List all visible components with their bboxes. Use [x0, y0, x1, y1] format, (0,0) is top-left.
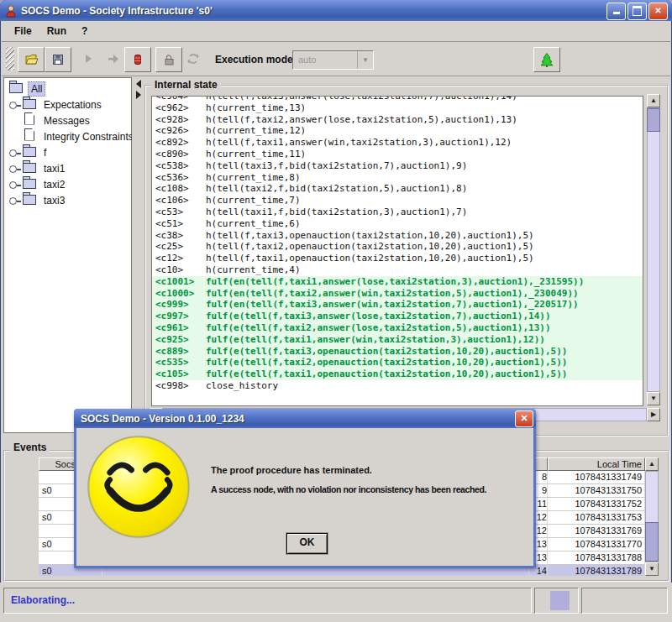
dialog-message-line2: A success node, with no violation nor in… — [211, 484, 486, 494]
menu-item[interactable]: ? — [74, 24, 95, 39]
scroll-right-button[interactable]: ▶ — [647, 408, 660, 421]
lock-button[interactable] — [155, 47, 182, 72]
tree-item-label: Messages — [41, 114, 92, 128]
status-progress-panel — [534, 588, 579, 614]
collapse-left-icon[interactable] — [136, 80, 141, 88]
events-scroll-up-button[interactable]: ▲ — [645, 457, 659, 471]
tree-item[interactable]: f — [4, 144, 131, 160]
menu-item[interactable]: File — [7, 24, 39, 39]
constraint-text: close_history — [206, 380, 278, 392]
tree-expand-handle-icon[interactable] — [8, 115, 23, 127]
tree-view-button[interactable] — [533, 47, 560, 72]
tree-item[interactable]: taxi1 — [4, 160, 131, 176]
tree-item-label: All — [28, 81, 45, 97]
constraint-text: fulf(e(tell(f,taxi3,openauction(taxi2sta… — [206, 346, 567, 358]
tree-expand-handle-icon[interactable] — [8, 99, 23, 111]
constraint-text: h(tell(f,taxi1,openauction(taxi2station,… — [206, 253, 534, 264]
menu-item[interactable]: Run — [39, 24, 74, 39]
tree-item[interactable]: Expectations — [4, 97, 131, 112]
tree-item[interactable]: Integrity Constraints — [4, 128, 131, 144]
open-button[interactable] — [18, 47, 45, 72]
constraint-text: h(tell(f,taxi3,answer(lose,taxi2station,… — [206, 96, 517, 102]
tree-item[interactable]: taxi2 — [4, 176, 131, 192]
constraint-text: fulf(e(tell(f,taxi2,answer(lose,taxi2sta… — [206, 322, 551, 334]
constraint-text: h(current_time,13) — [206, 102, 306, 114]
tree-node-icon — [23, 115, 37, 127]
constraint-id: <c890> — [152, 149, 206, 160]
constraint-text: h(tell(f,taxi3,openauction(taxi2station,… — [206, 230, 534, 242]
save-icon — [51, 53, 65, 66]
events-scroll-thumb[interactable] — [645, 522, 659, 562]
tree-item-label: Expectations — [41, 98, 104, 112]
internal-state-line: <c535> fulf(e(tell(f,taxi2,openauction(t… — [152, 357, 643, 368]
constraint-text: fulf(e(tell(f,taxi1,answer(win,taxi2stat… — [206, 334, 545, 346]
internal-state-line: <c892> h(tell(f,taxi1,answer(win,taxi2st… — [152, 137, 643, 149]
scroll-down-button[interactable]: ▼ — [647, 392, 660, 405]
scroll-up-button[interactable]: ▲ — [647, 94, 660, 107]
dialog-title-bar[interactable]: SOCS Demo - Version 0.1.00_1234 ✕ — [74, 409, 536, 428]
tree-item[interactable]: All — [4, 81, 131, 97]
constraint-id: <c538> — [152, 160, 206, 172]
constraint-text: fulf(e(tell(f,taxi3,answer(lose,taxi2sta… — [206, 311, 551, 322]
play-button[interactable] — [76, 47, 101, 71]
execution-mode-select[interactable]: auto ▼ — [292, 50, 374, 70]
constraint-id: <c536> — [152, 172, 206, 184]
constraint-text: fulf(e(tell(f,taxi1,openauction(taxi2sta… — [206, 368, 567, 380]
stop-button[interactable] — [124, 47, 151, 72]
open-folder-icon — [24, 53, 39, 66]
tree-item-label: f — [41, 146, 49, 159]
save-button[interactable] — [45, 47, 71, 72]
column-header-localtime[interactable]: Local Time — [548, 457, 645, 471]
internal-state-line: <c108> h(tell(taxi2,f,bid(taxi2station,5… — [152, 183, 643, 195]
constraint-id: <c106> — [152, 195, 206, 206]
menu-bar: FileRun? — [2, 21, 670, 42]
constraint-id: <c964> — [152, 96, 206, 102]
tree-expand-handle-icon[interactable] — [8, 131, 23, 143]
maximize-button[interactable] — [627, 3, 647, 20]
tree-expand-handle-icon[interactable] — [8, 147, 23, 159]
close-button[interactable]: ✕ — [648, 3, 668, 20]
tree-item-label: taxi3 — [41, 194, 67, 207]
progress-block — [550, 591, 570, 610]
constraint-text: h(current_time,4) — [206, 264, 301, 276]
tree-expand-handle-icon[interactable] — [8, 163, 23, 175]
tree-node-icon — [23, 147, 37, 159]
constraint-text: h(tell(f,taxi2,openauction(taxi2station,… — [206, 241, 534, 253]
tree-item[interactable]: Messages — [4, 112, 131, 128]
tree-node-icon — [23, 163, 37, 175]
constraint-id: <c961> — [152, 322, 206, 334]
cell-localtime: 1078431331753 — [548, 511, 645, 525]
dialog: SOCS Demo - Version 0.1.00_1234 ✕ — [74, 409, 536, 568]
title-bar[interactable]: SOCS Demo - Society Infrastructure 's0' … — [0, 0, 672, 21]
tree-expand-handle-icon[interactable] — [8, 179, 23, 191]
constraint-text: h(tell(f,taxi2,answer(lose,taxi2station,… — [206, 114, 517, 126]
internal-state-textarea[interactable]: <c964> h(tell(f,taxi3,answer(lose,taxi2s… — [151, 96, 643, 406]
step-button[interactable] — [101, 47, 126, 71]
collapse-right-icon[interactable] — [136, 91, 141, 99]
tree-item[interactable]: taxi3 — [4, 192, 131, 208]
minimize-button[interactable] — [606, 3, 626, 20]
ok-button[interactable]: OK — [286, 533, 328, 554]
tree-expand-handle-icon[interactable] — [8, 195, 23, 206]
tree-node-icon — [9, 83, 24, 95]
constraint-id: <c998> — [152, 380, 206, 392]
dialog-close-button[interactable]: ✕ — [515, 410, 533, 427]
toolbar-drag-handle[interactable] — [6, 47, 14, 71]
vertical-scroll-thumb[interactable] — [647, 108, 660, 132]
constraint-text: h(current_time,6) — [206, 218, 301, 230]
internal-state-line: <c25> h(tell(f,taxi2,openauction(taxi2st… — [152, 241, 643, 253]
split-divider[interactable] — [132, 77, 144, 433]
execution-mode-label: Execution mode: — [215, 54, 297, 65]
events-scroll-down-button[interactable]: ▼ — [645, 562, 659, 576]
dialog-message-line1: The proof procedure has terminated. — [211, 465, 372, 475]
constraint-text: h(tell(taxi1,f,bid(taxi2station,3),aucti… — [206, 206, 467, 218]
smiley-icon — [85, 433, 192, 541]
lock-icon — [162, 53, 176, 66]
constraint-text: h(tell(taxi2,f,bid(taxi2station,5),aucti… — [206, 183, 467, 195]
constraint-text: h(current_time,8) — [206, 172, 301, 184]
execution-mode-value: auto — [293, 51, 357, 69]
constraint-id: <c892> — [152, 137, 206, 149]
vertical-scroll-track[interactable] — [647, 107, 660, 392]
constraint-text: h(current_time,11) — [206, 149, 306, 160]
refresh-button[interactable] — [181, 47, 206, 71]
